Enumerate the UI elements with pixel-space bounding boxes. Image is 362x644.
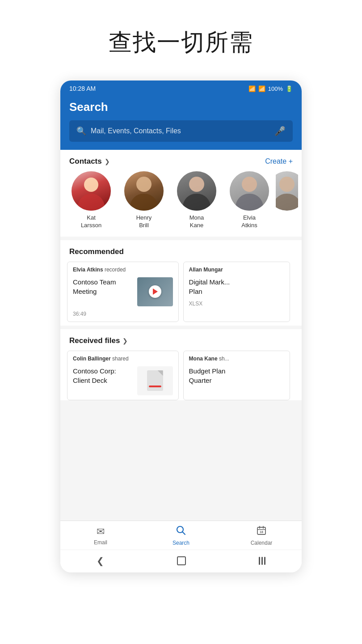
contacts-row: KatLarsson HenryBrill: [60, 171, 302, 237]
android-recent-button[interactable]: [259, 557, 265, 565]
card-author-colin: Colin Ballinger shared: [67, 351, 178, 364]
create-button[interactable]: Create +: [265, 157, 293, 165]
card-digital-marketing[interactable]: Allan Mungar Digital Mark...Plan XLSX: [183, 262, 290, 322]
recommended-section: Recommended Elvia Atkins recorded Contos…: [60, 240, 302, 326]
battery-percent: 100%: [268, 85, 283, 92]
avatar-henry-brill: [124, 171, 164, 211]
avatar-mona-kane: [177, 171, 216, 211]
status-bar: 10:28 AM 📶 📶 100% 🔋: [60, 80, 302, 96]
card-content-meeting: Contoso Team Meeting: [67, 275, 178, 311]
received-files-title: Received files: [69, 336, 120, 345]
contacts-section: Contacts ❯ Create + KatLarsson: [60, 150, 302, 237]
recommended-title: Recommended: [60, 247, 302, 262]
nav-calendar-label: Calendar: [251, 540, 273, 546]
contact-name-henry-brill: HenryBrill: [136, 214, 152, 229]
app-header-title: Search: [69, 100, 293, 114]
card-title-contoso: Contoso Corp:Client Deck: [73, 366, 134, 385]
nav-email[interactable]: ✉ Email: [60, 526, 141, 546]
battery-icon: 🔋: [286, 85, 293, 92]
recommended-cards-row: Elvia Atkins recorded Contoso Team Meeti…: [60, 262, 302, 322]
play-button[interactable]: [149, 285, 161, 298]
avatar-elvia-atkins: [230, 171, 269, 211]
card-title-budget: Budget PlanQuarter: [189, 366, 284, 385]
card-contoso-corp[interactable]: Colin Ballinger shared Contoso Corp:Clie…: [67, 351, 179, 400]
card-title-meeting: Contoso Team Meeting: [73, 277, 134, 296]
android-back-button[interactable]: ❮: [97, 555, 104, 566]
contact-name-mona-kane: MonaKane: [189, 214, 204, 229]
card-meta-duration: 36:49: [67, 311, 178, 322]
nav-search-label: Search: [173, 540, 189, 546]
svg-text:18: 18: [260, 530, 263, 534]
contact-henry-brill[interactable]: HenryBrill: [118, 171, 170, 229]
received-files-section: Received files ❯ Colin Ballinger shared …: [60, 329, 302, 400]
received-files-header[interactable]: Received files ❯: [60, 336, 302, 351]
contact-mona-kane[interactable]: MonaKane: [170, 171, 223, 229]
card-thumbnail-contoso: [137, 366, 173, 395]
search-bar[interactable]: 🔍 Mail, Events, Contacts, Files 🎤: [69, 120, 293, 142]
search-bar-icon: 🔍: [76, 126, 86, 136]
content-area: Contacts ❯ Create + KatLarsson: [60, 150, 302, 521]
search-bar-placeholder: Mail, Events, Contacts, Files: [91, 127, 270, 135]
app-header: Search 🔍 Mail, Events, Contacts, Files 🎤: [60, 96, 302, 150]
calendar-nav-icon: 18: [257, 525, 266, 538]
nav-search[interactable]: Search: [141, 525, 221, 546]
received-cards-row: Colin Ballinger shared Contoso Corp:Clie…: [60, 351, 302, 400]
card-title-marketing: Digital Mark...Plan: [189, 277, 284, 296]
status-icons: 📶 📶 100% 🔋: [248, 85, 293, 92]
contact-extra[interactable]: [276, 171, 298, 229]
wifi-icon: 📶: [248, 85, 256, 92]
card-author-allan: Allan Mungar: [184, 262, 290, 275]
microphone-icon[interactable]: 🎤: [274, 126, 286, 136]
card-author-mona: Mona Kane sh...: [184, 351, 290, 364]
card-content-marketing: Digital Mark...Plan: [184, 275, 290, 301]
email-nav-icon: ✉: [97, 526, 105, 538]
bottom-nav: ✉ Email Search 18 Cale: [60, 521, 302, 550]
card-budget-plan[interactable]: Mona Kane sh... Budget PlanQuarter: [183, 351, 290, 400]
svg-line-1: [183, 532, 185, 535]
android-nav-bar: ❮: [60, 550, 302, 572]
contact-name-kat-larsson: KatLarsson: [81, 214, 101, 229]
card-author-elvia: Elvia Atkins recorded: [67, 262, 178, 275]
contact-kat-larsson[interactable]: KatLarsson: [65, 171, 118, 229]
phone-frame: 10:28 AM 📶 📶 100% 🔋 Search 🔍 Mail, Event…: [60, 80, 302, 572]
avatar-kat-larsson: [72, 171, 111, 211]
received-files-chevron-icon: ❯: [122, 337, 128, 344]
card-contoso-team-meeting[interactable]: Elvia Atkins recorded Contoso Team Meeti…: [67, 262, 179, 322]
search-nav-icon: [176, 525, 186, 538]
nav-calendar[interactable]: 18 Calendar: [221, 525, 302, 546]
android-home-button[interactable]: [177, 556, 186, 565]
page-headline: 查找一切所需: [109, 27, 253, 58]
card-content-budget: Budget PlanQuarter: [184, 364, 290, 390]
card-content-contoso: Contoso Corp:Client Deck: [67, 364, 178, 400]
contacts-section-title: Contacts: [69, 157, 102, 166]
avatar-extra: [276, 171, 298, 211]
card-thumbnail-meeting: [137, 277, 173, 306]
contact-name-elvia-atkins: ElviaAtkins: [241, 214, 257, 229]
card-meta-type: XLSX: [184, 301, 290, 311]
contacts-title-row[interactable]: Contacts ❯: [69, 157, 110, 166]
status-time: 10:28 AM: [69, 85, 96, 92]
nav-email-label: Email: [94, 539, 107, 546]
signal-icon: 📶: [258, 85, 265, 92]
contacts-chevron-icon: ❯: [105, 158, 110, 165]
contacts-section-header: Contacts ❯ Create +: [60, 150, 302, 171]
contact-elvia-atkins[interactable]: ElviaAtkins: [223, 171, 276, 229]
